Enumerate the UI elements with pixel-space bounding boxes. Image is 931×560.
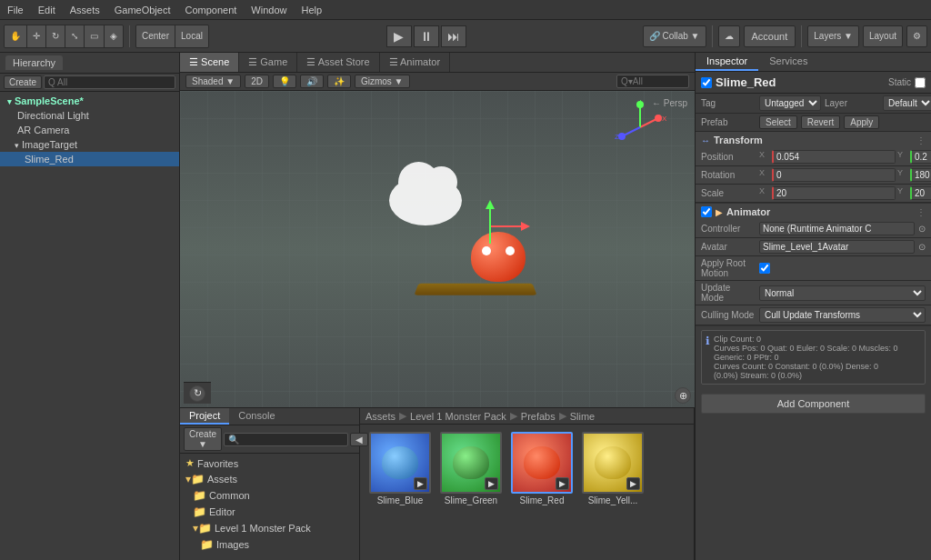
tag-select[interactable]: Untagged xyxy=(759,95,821,111)
menu-gameobject[interactable]: GameObject xyxy=(107,3,178,17)
controller-value[interactable]: None (Runtime Animator C xyxy=(759,222,915,235)
hierarchy-search[interactable] xyxy=(44,75,175,89)
layers-btn[interactable]: Layers ▼ xyxy=(807,25,859,47)
custom-tool[interactable]: ◈ xyxy=(105,25,123,47)
bc-level1[interactable]: Level 1 Monster Pack xyxy=(410,411,506,422)
bc-prefabs[interactable]: Prefabs xyxy=(521,411,556,422)
rect-tool[interactable]: ▭ xyxy=(85,25,105,47)
settings-btn[interactable]: ⚙ xyxy=(906,25,927,47)
menu-component[interactable]: Component xyxy=(177,3,244,17)
transform-options[interactable]: ⋮ xyxy=(916,135,926,145)
proj-assets[interactable]: ▾📁 Assets xyxy=(182,471,357,487)
audio-btn[interactable]: 🔊 xyxy=(300,75,324,88)
hierarchy-create-btn[interactable]: Create xyxy=(4,75,42,89)
proj-favorites[interactable]: ★ Favorites xyxy=(182,455,357,471)
static-checkbox[interactable] xyxy=(915,77,926,88)
info-icon: ℹ xyxy=(706,335,710,380)
tab-scene[interactable]: ☰ Scene xyxy=(180,53,239,72)
scene-viewport[interactable]: ← Persp X Y Z xyxy=(180,91,695,407)
prefab-select-btn[interactable]: Select xyxy=(759,115,797,129)
proj-editor[interactable]: 📁 Editor xyxy=(182,504,357,520)
culling-mode-row: Culling Mode Cull Update Transforms xyxy=(696,305,931,325)
obj-active-checkbox[interactable] xyxy=(701,77,712,88)
play-button[interactable]: ▶ xyxy=(386,25,412,47)
proj-common[interactable]: 📁 Common xyxy=(182,487,357,504)
inspector-tab[interactable]: Inspector xyxy=(696,53,758,71)
pos-y-input[interactable] xyxy=(910,150,931,164)
move-tool[interactable]: ✛ xyxy=(27,25,46,47)
hierarchy-item-slime-red[interactable]: Slime_Red xyxy=(0,152,179,166)
services-tab[interactable]: Services xyxy=(758,53,818,71)
menu-file[interactable]: File xyxy=(0,3,31,17)
refresh-icon[interactable]: ↻ xyxy=(189,385,205,402)
lights-btn[interactable]: 💡 xyxy=(273,75,296,88)
apply-root-motion-checkbox[interactable] xyxy=(759,263,770,274)
console-tab[interactable]: Console xyxy=(229,408,284,425)
hierarchy-item-imagetarget[interactable]: ▾ImageTarget xyxy=(0,137,179,152)
culling-mode-select[interactable]: Cull Update Transforms xyxy=(759,307,926,323)
hierarchy-tab[interactable]: Hierarchy xyxy=(5,55,63,70)
prefab-revert-btn[interactable]: Revert xyxy=(801,115,840,129)
scale-tool[interactable]: ⤡ xyxy=(65,25,85,47)
hierarchy-item-directional-light[interactable]: Directional Light xyxy=(0,108,179,123)
gizmo-axes[interactable]: X Y Z xyxy=(613,100,667,155)
animator-active-checkbox[interactable] xyxy=(701,206,712,217)
hierarchy-item-arcamera[interactable]: AR Camera xyxy=(0,123,179,137)
shaded-btn[interactable]: Shaded ▼ xyxy=(185,75,241,88)
project-tab[interactable]: Project xyxy=(180,408,229,425)
hierarchy-scene-item[interactable]: ▾SampleScene* xyxy=(0,94,179,108)
layout-btn[interactable]: Layout xyxy=(863,25,903,47)
cloud-btn[interactable]: ☁ xyxy=(718,25,740,47)
bc-slime[interactable]: Slime xyxy=(570,411,596,422)
account-btn[interactable]: Account xyxy=(744,25,796,47)
reset-icon[interactable]: ⊕ xyxy=(675,387,691,404)
layer-select[interactable]: Default xyxy=(883,95,931,111)
fx-btn[interactable]: ✨ xyxy=(327,75,351,88)
hand-tool[interactable]: ✋ xyxy=(5,25,27,47)
tab-asset-store[interactable]: ☰ Asset Store xyxy=(297,53,379,72)
common-folder-icon: 📁 xyxy=(193,489,206,502)
project-create-btn[interactable]: Create ▼ xyxy=(184,427,222,451)
slime-red-thumb: ▶ xyxy=(511,432,573,494)
update-mode-select[interactable]: Normal xyxy=(759,285,926,301)
center-btn[interactable]: Center xyxy=(136,25,175,47)
controller-picker[interactable]: ⊙ xyxy=(918,224,926,234)
avatar-value[interactable]: Slime_Level_1Avatar xyxy=(759,240,915,254)
level1-label: Level 1 Monster Pack xyxy=(215,523,311,534)
proj-images[interactable]: 📁 Images xyxy=(182,536,357,553)
collab-btn[interactable]: 🔗 Collab ▼ xyxy=(643,25,706,47)
asset-slime-yellow[interactable]: ▶ Slime_Yell... xyxy=(580,432,646,505)
menu-edit[interactable]: Edit xyxy=(31,3,63,17)
scene-search[interactable] xyxy=(616,75,689,88)
transform-header[interactable]: ↔ Transform ⋮ xyxy=(696,132,931,148)
rot-x-input[interactable] xyxy=(772,168,896,182)
pos-x-input[interactable] xyxy=(772,150,896,164)
scale-y-input[interactable] xyxy=(910,186,931,200)
scale-x-input[interactable] xyxy=(772,186,896,200)
step-button[interactable]: ⏭ xyxy=(441,25,466,47)
rotate-tool[interactable]: ↻ xyxy=(46,25,65,47)
animator-header[interactable]: ▶ Animator ⋮ xyxy=(696,204,931,220)
local-btn[interactable]: Local xyxy=(175,25,208,47)
proj-level1[interactable]: ▾📁 Level 1 Monster Pack xyxy=(182,520,357,536)
project-search[interactable] xyxy=(224,433,348,446)
scene-arrow: ▾ xyxy=(7,97,12,106)
gizmos-btn[interactable]: Gizmos ▼ xyxy=(355,75,410,88)
pause-button[interactable]: ⏸ xyxy=(414,25,439,47)
2d-btn[interactable]: 2D xyxy=(245,75,269,88)
prefab-apply-btn[interactable]: Apply xyxy=(844,115,879,129)
tab-game[interactable]: ☰ Game xyxy=(239,53,297,72)
animator-options[interactable]: ⋮ xyxy=(916,207,926,217)
rot-y-input[interactable] xyxy=(910,168,931,182)
add-component-button[interactable]: Add Component xyxy=(701,394,926,414)
menu-window[interactable]: Window xyxy=(244,3,294,17)
bc-assets[interactable]: Assets xyxy=(365,411,395,422)
asset-slime-blue[interactable]: ▶ Slime_Blue xyxy=(367,432,433,505)
menu-help[interactable]: Help xyxy=(294,3,329,17)
asset-slime-green[interactable]: ▶ Slime_Green xyxy=(438,432,504,505)
svg-text:X: X xyxy=(662,115,667,123)
menu-assets[interactable]: Assets xyxy=(63,3,107,17)
avatar-picker[interactable]: ⊙ xyxy=(918,242,926,252)
asset-slime-red[interactable]: ▶ Slime_Red xyxy=(509,432,575,505)
tab-animator[interactable]: ☰ Animator xyxy=(380,53,450,72)
